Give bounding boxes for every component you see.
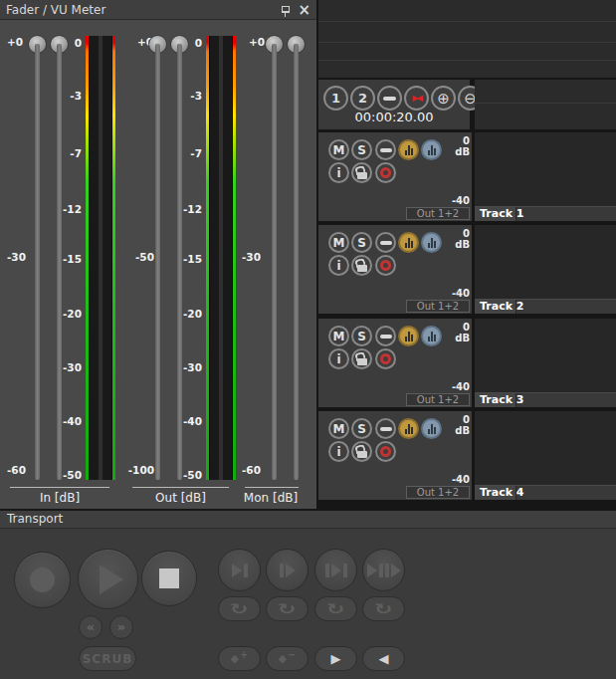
forward-button[interactable]: »: [109, 615, 133, 639]
track-minimize-button[interactable]: [375, 139, 396, 160]
mute-button[interactable]: M: [328, 139, 349, 160]
solo-button[interactable]: S: [351, 326, 372, 346]
record-ring-icon: [380, 446, 391, 457]
triangle-icon: [232, 564, 242, 577]
record-ring-icon: [380, 167, 391, 178]
track-output-selector[interactable]: Out 1+2: [406, 300, 470, 313]
mon-fader-track-right[interactable]: [294, 44, 299, 480]
volume-curve-button[interactable]: [398, 139, 419, 160]
range-remove-button[interactable]: [377, 86, 402, 111]
range-2-button[interactable]: 2: [350, 86, 375, 111]
marker-delete-button[interactable]: ◆−: [266, 646, 308, 671]
in-fader-scale: -30-60: [0, 20, 26, 509]
track-info-button[interactable]: i: [328, 348, 349, 369]
mute-button[interactable]: M: [328, 326, 349, 346]
track-name-tab[interactable]: Track 2: [475, 300, 516, 314]
track-name-tab[interactable]: Track 4: [475, 486, 516, 500]
track-timeline-lane[interactable]: [475, 225, 616, 299]
solo-button[interactable]: S: [351, 418, 372, 439]
loop-mode-button-4[interactable]: ↻: [362, 596, 405, 621]
lock-button[interactable]: [351, 162, 372, 183]
mute-button[interactable]: M: [328, 418, 349, 439]
track-minimize-button[interactable]: [375, 232, 396, 253]
marker-prev-button[interactable]: ◀: [362, 646, 405, 671]
track-output-selector[interactable]: Out 1+2: [406, 207, 470, 220]
scale-tick: 0: [54, 37, 82, 49]
track-info-button[interactable]: i: [328, 441, 349, 462]
track-minimize-button[interactable]: [375, 326, 396, 346]
track-timeline-lane[interactable]: [475, 319, 616, 392]
track-header: M S i 0 dB -40 Out 1+2: [318, 411, 472, 500]
volume-curve-button[interactable]: [398, 418, 419, 439]
marker-add-button[interactable]: ◆+: [218, 646, 261, 671]
solo-button[interactable]: S: [351, 232, 372, 253]
arrange-top-rows[interactable]: [318, 0, 616, 78]
volume-curve-button[interactable]: [398, 232, 419, 253]
meter-bars-icon: [428, 145, 436, 155]
in-meter-led-left: [86, 36, 89, 480]
track-minimize-button[interactable]: [375, 418, 396, 439]
record-arm-button[interactable]: [375, 162, 396, 183]
triangle-icon: [367, 564, 377, 577]
lock-button[interactable]: [351, 441, 372, 462]
arrange-area: 1 2 ▶◀ ⊕ ⊖ 00:00:20.00 M S i 0 dB -4: [318, 0, 616, 509]
zoom-in-button[interactable]: ⊕: [431, 86, 456, 111]
scale-tick: -30: [54, 361, 82, 373]
loop-mode-button-1[interactable]: ↻: [218, 596, 261, 621]
rewind-button[interactable]: «: [79, 615, 103, 639]
timecode-display[interactable]: 00:00:20.00: [318, 110, 470, 124]
scale-tick: -15: [54, 253, 82, 265]
record-arm-button[interactable]: [375, 255, 396, 276]
in-fader-track-left[interactable]: [35, 44, 40, 480]
mon-fader-scale: -30-60: [233, 20, 261, 509]
track-timeline-lane[interactable]: [475, 411, 616, 485]
pin-icon[interactable]: [282, 6, 290, 13]
record-ring-icon: [380, 260, 391, 271]
play-cut-preview-button[interactable]: [362, 549, 405, 591]
loop-icon: ↻: [278, 600, 297, 618]
play-icon: [100, 565, 123, 594]
scale-tick: -100: [123, 464, 154, 476]
plus-icon: +: [240, 649, 248, 660]
track-name-tab[interactable]: Track 3: [475, 393, 516, 407]
minus-icon: [380, 335, 392, 339]
solo-button[interactable]: S: [351, 139, 372, 160]
triangle-icon: [331, 564, 341, 577]
record-arm-button[interactable]: [375, 348, 396, 369]
track-row: M S i 0 dB -40 Out 1+2 Track 3: [318, 319, 616, 407]
play-from-start-button[interactable]: [266, 549, 308, 591]
bar-icon: [343, 564, 347, 577]
loop-mode-button-3[interactable]: ↻: [314, 596, 357, 621]
volume-curve-button[interactable]: [398, 326, 419, 346]
close-icon[interactable]: ×: [298, 5, 310, 15]
track-info-button[interactable]: i: [328, 162, 349, 183]
scrub-button[interactable]: SCRUB: [79, 646, 136, 671]
track-output-selector[interactable]: Out 1+2: [406, 486, 470, 499]
track-db-bottom-label: -40: [436, 195, 470, 206]
play-range-button[interactable]: [314, 549, 357, 591]
play-button[interactable]: [78, 549, 138, 609]
lock-button[interactable]: [351, 255, 372, 276]
record-button[interactable]: [14, 552, 71, 608]
track-output-selector[interactable]: Out 1+2: [406, 393, 470, 406]
track-name-tab[interactable]: Track 1: [475, 207, 516, 221]
scale-tick: -60: [0, 464, 26, 476]
punch-marker-button[interactable]: ▶◀: [404, 86, 429, 111]
track-info-button[interactable]: i: [328, 255, 349, 276]
loop-mode-button-2[interactable]: ↻: [266, 596, 308, 621]
range-1-button[interactable]: 1: [323, 86, 348, 111]
play-to-end-button[interactable]: [218, 549, 261, 591]
track-db-unit-label: dB: [436, 239, 470, 250]
lock-button[interactable]: [351, 348, 372, 369]
scale-tick: -60: [233, 464, 261, 476]
scale-tick: -20: [174, 308, 202, 320]
mute-button[interactable]: M: [328, 232, 349, 253]
marker-next-button[interactable]: ▶: [314, 646, 357, 671]
record-arm-button[interactable]: [375, 441, 396, 462]
marker-icon: ◆: [231, 652, 239, 665]
stop-button[interactable]: [141, 551, 197, 606]
mon-fader-track-left[interactable]: [272, 44, 277, 480]
track-timeline-lane[interactable]: [475, 132, 616, 206]
in-section-divider: [10, 487, 109, 488]
out-fader-track-left[interactable]: [155, 44, 160, 480]
